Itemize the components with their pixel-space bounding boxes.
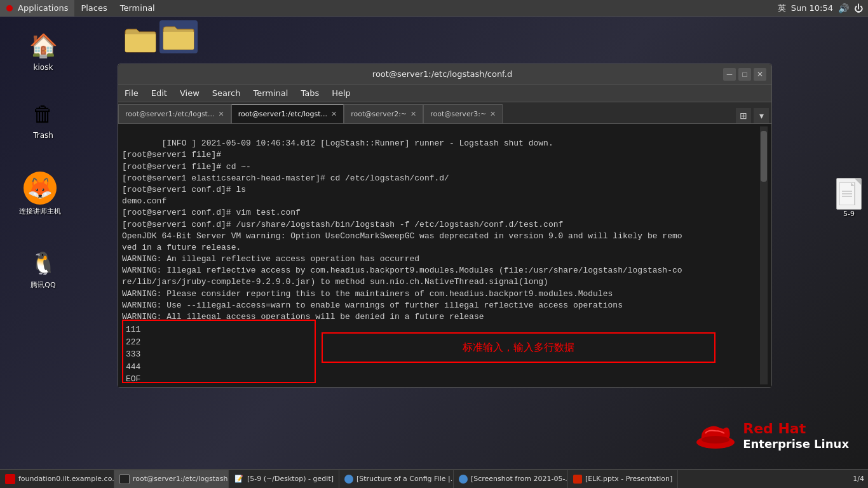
tab-new-button[interactable]: ⊞ xyxy=(736,108,751,123)
clock: Sun 10:54 xyxy=(791,3,833,13)
taskbar-icon-1 xyxy=(5,474,15,484)
close-button[interactable]: ✕ xyxy=(754,68,766,81)
taskbar-page-indicator: 1/4 xyxy=(853,475,868,483)
tab-4[interactable]: root@server3:~ ✕ xyxy=(423,104,503,123)
tab-2-close[interactable]: ✕ xyxy=(331,110,337,118)
side-doc-label: 5-9 xyxy=(843,210,855,218)
power-icon[interactable]: ⏻ xyxy=(854,3,863,13)
desktop-icon-trash[interactable]: 🗑 Trash xyxy=(18,98,69,140)
desktop-icon-connect[interactable]: 🦊 连接讲师主机 xyxy=(11,172,69,217)
kiosk-label: kiosk xyxy=(32,62,55,72)
tab-4-close[interactable]: ✕ xyxy=(490,110,496,118)
annotation-box: 标准输入，输入多行数据 xyxy=(322,332,715,363)
kiosk-icon: 🏠 xyxy=(28,30,58,61)
annotation-text: 标准输入，输入多行数据 xyxy=(463,341,574,355)
taskbar-item-4[interactable]: [Structure of a Config File |... xyxy=(339,470,454,488)
desktop-folders xyxy=(124,20,198,53)
tab-3-label: root@server2:~ xyxy=(351,110,407,118)
taskbar-item-2[interactable]: root@server1:/etc/logstash... xyxy=(114,470,229,488)
folder-icon-1 xyxy=(124,25,157,53)
menu-terminal[interactable]: Terminal xyxy=(247,85,294,102)
tab-1[interactable]: root@server1:/etc/logst... ✕ xyxy=(118,104,231,123)
language-indicator[interactable]: 英 xyxy=(778,3,786,14)
volume-icon[interactable]: 🔊 xyxy=(838,3,849,13)
taskbar-icon-6 xyxy=(573,475,582,484)
trash-label: Trash xyxy=(31,130,55,140)
tab-2[interactable]: root@server1:/etc/logst... ✕ xyxy=(231,104,344,123)
terminal-scrollbar[interactable] xyxy=(760,126,768,384)
side-document-icon[interactable]: 5-9 xyxy=(836,178,862,218)
menu-tabs[interactable]: Tabs xyxy=(294,85,325,102)
menu-places[interactable]: Places xyxy=(74,0,113,17)
taskbar-icon-3: 📝 xyxy=(234,474,244,484)
top-bar: Applications Places Terminal 英 Sun 10:54… xyxy=(0,0,868,17)
minimize-button[interactable]: ─ xyxy=(723,68,736,81)
tab-1-close[interactable]: ✕ xyxy=(218,110,224,118)
desktop-icon-kiosk[interactable]: 🏠 kiosk xyxy=(18,30,69,72)
redhat-name: Red Hat xyxy=(743,421,849,437)
tab-3[interactable]: root@server2:~ ✕ xyxy=(344,104,423,123)
menu-file[interactable]: File xyxy=(118,85,145,102)
menu-view[interactable]: View xyxy=(173,85,206,102)
folder-icon-2 xyxy=(162,23,195,51)
taskbar-item-1[interactable]: foundation0.ilt.example.co... xyxy=(0,470,114,488)
folder-2[interactable] xyxy=(159,20,198,53)
doc-file-icon xyxy=(836,178,862,210)
taskbar-item-3[interactable]: 📝 [5-9 (~/Desktop) - gedit] xyxy=(229,470,339,488)
folder-1[interactable] xyxy=(124,25,157,53)
taskbar-icon-5 xyxy=(459,475,468,484)
menu-terminal[interactable]: Terminal xyxy=(114,0,161,17)
connect-icon: 🦊 xyxy=(24,172,57,205)
qq-icon: 🐧 xyxy=(28,248,58,278)
taskbar-icon-2 xyxy=(119,474,130,484)
input-highlight-box: 111 222 333 444 EOF xyxy=(122,320,316,383)
menu-applications[interactable]: Applications xyxy=(0,0,74,17)
terminal-content[interactable]: [INFO ] 2021-05-09 10:46:34.012 [LogStas… xyxy=(118,124,771,387)
maximize-button[interactable]: □ xyxy=(738,68,751,81)
redhat-hat-icon xyxy=(695,418,736,453)
terminal-title: root@server1:/etc/logstash/conf.d xyxy=(161,69,723,79)
terminal-scrollbar-thumb[interactable] xyxy=(761,131,767,182)
tab-4-label: root@server3:~ xyxy=(430,110,486,118)
tab-1-label: root@server1:/etc/logst... xyxy=(125,110,214,118)
taskbar-item-6[interactable]: [ELK.pptx - Presentation] xyxy=(568,470,678,488)
terminal-menubar: File Edit View Search Terminal Tabs Help xyxy=(118,85,771,102)
menu-help[interactable]: Help xyxy=(325,85,357,102)
terminal-titlebar: root@server1:/etc/logstash/conf.d ─ □ ✕ xyxy=(118,64,771,85)
tab-dropdown-button[interactable]: ▾ xyxy=(754,108,769,123)
desktop-icon-qq[interactable]: 🐧 腾讯QQ xyxy=(18,248,69,290)
menu-search[interactable]: Search xyxy=(206,85,247,102)
taskbar-item-5[interactable]: [Screenshot from 2021-05-... xyxy=(454,470,568,488)
tab-2-label: root@server1:/etc/logst... xyxy=(238,110,327,118)
trash-icon: 🗑 xyxy=(28,98,58,129)
qq-label: 腾讯QQ xyxy=(29,280,57,290)
connect-label: 连接讲师主机 xyxy=(17,206,63,217)
redhat-enterprise: Enterprise Linux xyxy=(743,437,849,451)
terminal-tabs: root@server1:/etc/logst... ✕ root@server… xyxy=(118,102,771,124)
terminal-window: root@server1:/etc/logstash/conf.d ─ □ ✕ … xyxy=(118,64,772,388)
svg-point-5 xyxy=(702,436,729,444)
menu-edit[interactable]: Edit xyxy=(145,85,173,102)
taskbar: foundation0.ilt.example.co... root@serve… xyxy=(0,469,868,488)
tab-3-close[interactable]: ✕ xyxy=(410,110,416,118)
desktop: Applications Places Terminal 英 Sun 10:54… xyxy=(0,0,868,488)
redhat-logo: Red Hat Enterprise Linux xyxy=(695,418,849,453)
taskbar-icon-4 xyxy=(344,475,353,484)
